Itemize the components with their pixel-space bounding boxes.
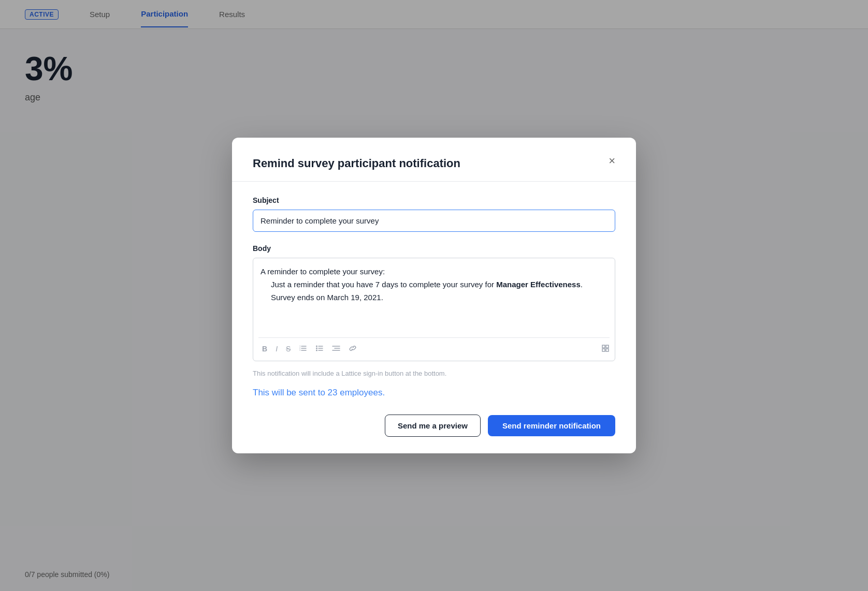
body-line-3: Survey ends on March 19, 2021.	[261, 291, 607, 304]
body-text: A reminder to complete your survey: Just…	[261, 265, 607, 304]
subject-label: Subject	[253, 196, 615, 204]
close-button[interactable]: ×	[609, 155, 615, 167]
ordered-list-button[interactable]: 1 2 3	[295, 342, 311, 356]
modal-footer: Send me a preview Send reminder notifica…	[253, 415, 615, 437]
body-line-2-post: .	[581, 280, 583, 289]
notification-note: This notification will include a Lattice…	[253, 370, 615, 377]
svg-rect-16	[606, 345, 609, 348]
send-count-text: This will be sent to 23 employees.	[253, 388, 615, 398]
link-button[interactable]	[345, 342, 360, 356]
body-line-2-bold: Manager Effectiveness	[496, 280, 581, 289]
body-editor[interactable]: A reminder to complete your survey: Just…	[253, 258, 615, 361]
svg-rect-18	[606, 349, 609, 351]
subject-input[interactable]	[253, 210, 615, 232]
svg-point-8	[316, 350, 317, 351]
strikethrough-button[interactable]: S	[282, 343, 294, 354]
svg-rect-15	[602, 345, 605, 348]
indent-button[interactable]	[328, 342, 344, 356]
modal-header: Remind survey participant notification ×	[253, 156, 615, 171]
remind-notification-modal: Remind survey participant notification ×…	[232, 138, 636, 454]
unordered-list-button[interactable]	[312, 342, 327, 356]
bold-button[interactable]: B	[258, 343, 271, 354]
body-line-1: A reminder to complete your survey:	[261, 265, 607, 278]
svg-point-7	[316, 348, 317, 349]
expand-button[interactable]	[601, 344, 610, 354]
svg-rect-17	[602, 349, 605, 351]
body-toolbar: B I S 1 2 3	[258, 337, 610, 356]
modal-title: Remind survey participant notification	[253, 156, 460, 171]
body-line-2-pre: Just a reminder that you have 7 days to …	[271, 280, 496, 289]
body-field: Body A reminder to complete your survey:…	[253, 244, 615, 361]
modal-overlay: Remind survey participant notification ×…	[0, 0, 868, 591]
send-reminder-button[interactable]: Send reminder notification	[488, 415, 615, 436]
italic-button[interactable]: I	[272, 343, 281, 354]
body-label: Body	[253, 244, 615, 253]
body-line-2: Just a reminder that you have 7 days to …	[261, 278, 607, 291]
subject-field: Subject	[253, 196, 615, 244]
header-divider	[232, 181, 636, 182]
svg-text:3: 3	[299, 349, 301, 351]
send-preview-button[interactable]: Send me a preview	[385, 415, 481, 437]
svg-point-6	[316, 346, 317, 347]
